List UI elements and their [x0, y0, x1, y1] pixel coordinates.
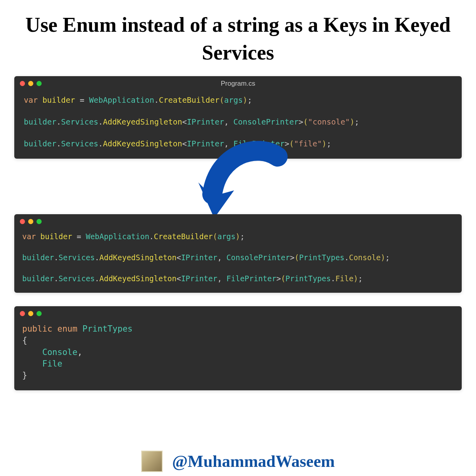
traffic-lights: [20, 311, 42, 316]
footer: @MuhammadWaseem: [0, 451, 476, 472]
avatar: [141, 451, 163, 472]
window-filename: Program.cs: [14, 80, 462, 88]
minimize-icon: [28, 311, 33, 316]
page-title: Use Enum instead of a string as a Keys i…: [0, 0, 476, 74]
minimize-icon: [28, 219, 33, 224]
close-icon: [20, 311, 25, 316]
code-window-enum: public enum PrintTypes { Console, File }: [14, 306, 462, 390]
window-header: [14, 306, 462, 318]
window-header: [14, 214, 462, 226]
code-block: public enum PrintTypes { Console, File }: [14, 318, 462, 390]
maximize-icon: [36, 219, 42, 224]
curved-arrow-icon: [0, 155, 476, 218]
close-icon: [20, 219, 25, 224]
traffic-lights: [20, 219, 42, 224]
code-block: var builder = WebApplication.CreateBuild…: [14, 226, 462, 293]
code-window-after: var builder = WebApplication.CreateBuild…: [14, 214, 462, 293]
window-header: Program.cs: [14, 76, 462, 88]
author-handle: @MuhammadWaseem: [172, 452, 335, 471]
maximize-icon: [36, 311, 42, 316]
